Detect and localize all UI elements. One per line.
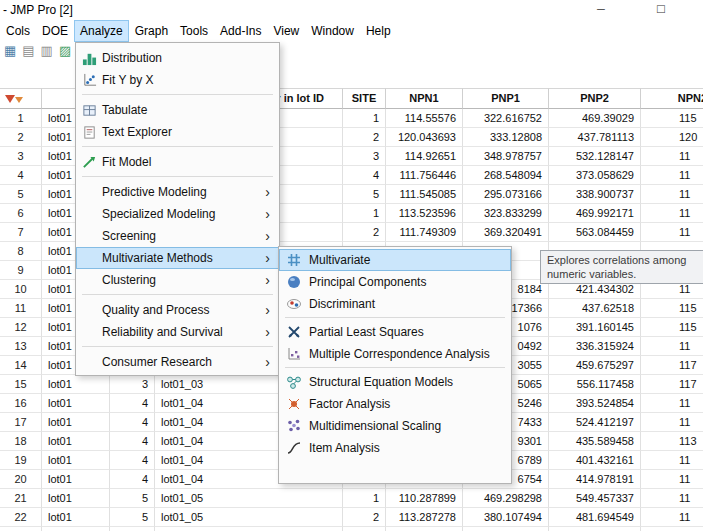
cell-rownum[interactable]: 14 [0,356,42,375]
menubar-item-analyze[interactable]: Analyze [74,20,129,42]
cell-site[interactable]: 1 [343,204,386,223]
cell-wafer-lot-id[interactable]: lot01_05 [155,489,343,508]
cell-pnp1[interactable]: 295.073166 [463,185,549,204]
menu-item-clustering[interactable]: Clustering › [76,269,279,291]
cell-lot-id[interactable] [42,527,110,531]
cell-wafer-lot-id[interactable]: lot01_05 [155,508,343,527]
cell-npn2[interactable]: 120 [641,128,703,147]
cell-npn2[interactable]: 11 [641,489,703,508]
cell-npn1[interactable] [386,527,463,531]
save-icon[interactable]: ▥ [41,43,53,59]
cell-pnp2[interactable]: 524.412197 [549,413,641,432]
cell-rownum[interactable]: 13 [0,337,42,356]
cell-npn2[interactable]: 115 [641,318,703,337]
menubar-item-cols[interactable]: Cols [0,20,36,42]
cell-lot-id[interactable]: lot01 [42,432,110,451]
cell-rownum[interactable]: 17 [0,413,42,432]
menu-item-item-analysis[interactable]: Item Analysis [279,437,511,459]
cell-rownum[interactable]: 2 [0,128,42,147]
menu-item-fit-y-by-x[interactable]: Fit Y by X [76,69,279,91]
menubar-item-add-ins[interactable]: Add-Ins [214,20,267,42]
menu-item-predictive-modeling[interactable]: Predictive Modeling › [76,181,279,203]
cell-rownum[interactable]: 16 [0,394,42,413]
cell-site[interactable]: 2 [343,508,386,527]
cell-wafer[interactable]: 4 [110,470,155,489]
menu-item-structural-equation-models[interactable]: Structural Equation Models [279,371,511,393]
cell-rownum[interactable]: 4 [0,166,42,185]
cell-pnp2[interactable]: 469.39029 [549,109,641,128]
cell-pnp2[interactable]: 414.978191 [549,470,641,489]
red-triangle-icon[interactable] [5,95,15,103]
cell-pnp2[interactable]: 338.900737 [549,185,641,204]
menu-item-distribution[interactable]: Distribution [76,47,279,69]
cell-pnp1[interactable]: 323.833299 [463,204,549,223]
cell-pnp1[interactable]: 380.107494 [463,508,549,527]
menubar-item-help[interactable]: Help [360,20,397,42]
cell-rownum[interactable]: 1 [0,109,42,128]
cell-lot-id[interactable]: lot01 [42,489,110,508]
cell-npn1[interactable]: 114.92651 [386,147,463,166]
cell-npn2[interactable]: 113 [641,432,703,451]
cell-rownum[interactable]: 21 [0,489,42,508]
cell-lot-id[interactable]: lot01 [42,394,110,413]
cell-npn2[interactable]: 11 [641,413,703,432]
cell-npn2[interactable]: 11 [641,394,703,413]
cell-pnp2[interactable]: 459.675297 [549,356,641,375]
cell-npn1[interactable]: 120.043693 [386,128,463,147]
menu-item-tabulate[interactable]: Tabulate [76,99,279,121]
menu-item-screening[interactable]: Screening › [76,225,279,247]
cell-pnp2[interactable]: 336.315924 [549,337,641,356]
cell-wafer[interactable]: 4 [110,394,155,413]
menubar-item-doe[interactable]: DOE [36,20,74,42]
cell-site[interactable]: 5 [343,185,386,204]
menubar-item-view[interactable]: View [267,20,305,42]
cell-npn2[interactable]: 11 [641,166,703,185]
cell-lot-id[interactable]: lot01 [42,451,110,470]
cell-npn2[interactable]: 11 [641,508,703,527]
menu-item-multidimensional-scaling[interactable]: Multidimensional Scaling [279,415,511,437]
cell-pnp2[interactable]: 435.589458 [549,432,641,451]
cell-pnp2[interactable]: 437.781113 [549,128,641,147]
menu-item-multivariate[interactable]: Multivariate [279,249,511,271]
cell-wafer[interactable]: 4 [110,413,155,432]
cell-pnp2[interactable]: 563.084459 [549,223,641,242]
cell-wafer[interactable]: 5 [110,489,155,508]
cell-npn2[interactable]: 11 [641,470,703,489]
cell-rownum[interactable] [0,527,42,531]
cell-wafer[interactable] [110,527,155,531]
cell-pnp2[interactable]: 481.694549 [549,508,641,527]
cell-rownum[interactable]: 10 [0,280,42,299]
cell-rownum[interactable]: 6 [0,204,42,223]
new-table-icon[interactable]: ▦ [4,43,16,59]
cell-pnp1[interactable]: 268.548094 [463,166,549,185]
cell-rownum[interactable]: 11 [0,299,42,318]
cell-site[interactable]: 1 [343,489,386,508]
orange-triangle-icon[interactable] [15,97,23,103]
cell-npn2[interactable]: 117 [641,375,703,394]
cell-pnp2[interactable] [549,527,641,531]
cell-lot-id[interactable]: lot01 [42,375,110,394]
cell-wafer[interactable]: 3 [110,375,155,394]
cell-rownum[interactable]: 8 [0,242,42,261]
cell-npn1[interactable]: 111.545085 [386,185,463,204]
cell-npn2[interactable]: 11 [641,337,703,356]
cell-lot-id[interactable]: lot01 [42,508,110,527]
cell-npn2[interactable]: 115 [641,299,703,318]
cell-pnp2[interactable]: 437.62518 [549,299,641,318]
cell-rownum[interactable]: 15 [0,375,42,394]
cell-wafer[interactable]: 4 [110,432,155,451]
cell-rownum[interactable]: 3 [0,147,42,166]
cell-npn1[interactable]: 110.287899 [386,489,463,508]
cell-pnp2[interactable]: 391.160145 [549,318,641,337]
cell-rownum[interactable]: 22 [0,508,42,527]
cell-site[interactable]: 3 [343,147,386,166]
cell-site[interactable] [343,527,386,531]
cell-npn1[interactable]: 113.287278 [386,508,463,527]
menu-item-partial-least-squares[interactable]: Partial Least Squares [279,321,511,343]
menu-item-quality-and-process[interactable]: Quality and Process › [76,299,279,321]
menu-item-factor-analysis[interactable]: Factor Analysis [279,393,511,415]
cell-wafer[interactable]: 5 [110,508,155,527]
cell-pnp1[interactable]: 333.12808 [463,128,549,147]
menu-item-multivariate-methods[interactable]: Multivariate Methods › [76,247,279,269]
cell-rownum[interactable]: 9 [0,261,42,280]
